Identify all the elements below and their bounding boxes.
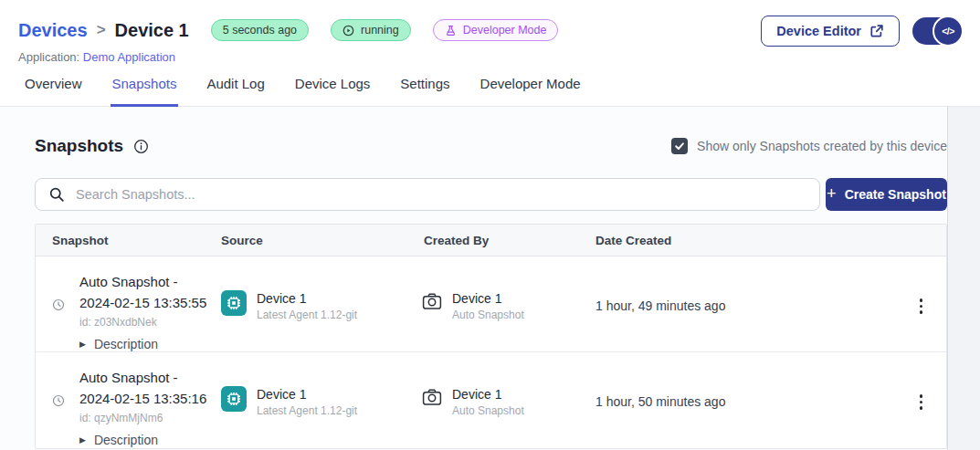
breadcrumb-current-device: Device 1 <box>115 20 189 41</box>
tab-device-logs[interactable]: Device Logs <box>293 76 373 107</box>
device-chip-icon <box>221 290 247 316</box>
last-seen-badge: 5 seconds ago <box>211 19 309 41</box>
status-badge: running <box>331 19 411 41</box>
info-icon[interactable] <box>133 139 149 154</box>
tab-bar: Overview Snapshots Audit Log Device Logs… <box>0 64 980 107</box>
developer-mode-badge: Developer Mode <box>433 19 559 41</box>
created-by-type: Auto Snapshot <box>452 308 524 322</box>
device-editor-button[interactable]: Device Editor <box>761 16 900 47</box>
flask-icon <box>445 25 457 37</box>
filter-checkbox[interactable] <box>671 138 688 154</box>
caret-right-icon: ▶ <box>79 340 86 349</box>
clock-icon <box>52 394 65 448</box>
create-snapshot-button-label: Create Snapshot <box>845 187 946 202</box>
source-name: Device 1 <box>257 386 357 403</box>
page-title: Snapshots <box>35 136 123 156</box>
column-header-date-created: Date Created <box>595 234 896 247</box>
last-seen-badge-label: 5 seconds ago <box>223 24 297 37</box>
tab-snapshots[interactable]: Snapshots <box>111 76 179 107</box>
camera-icon <box>422 292 442 314</box>
application-label: Application: <box>18 50 79 64</box>
created-by-type: Auto Snapshot <box>452 403 524 418</box>
breadcrumb-devices-link[interactable]: Devices <box>18 20 88 41</box>
topbar: Devices > Device 1 5 seconds ago running <box>0 0 980 64</box>
snapshot-id: id: z03NxdbNek <box>79 316 206 329</box>
snapshot-row: Auto Snapshot - 2024-02-15 13:35:55 id: … <box>36 256 946 352</box>
developer-mode-badge-label: Developer Mode <box>463 24 547 37</box>
row-menu-button[interactable] <box>917 296 926 351</box>
filter-checkbox-row[interactable]: Show only Snapshots created by this devi… <box>671 138 947 154</box>
create-snapshot-button[interactable]: + Create Snapshot <box>826 178 947 211</box>
external-link-icon <box>869 24 884 38</box>
developer-mode-toggle[interactable]: </> <box>912 17 962 45</box>
code-icon: </> <box>933 16 964 47</box>
source-agent: Latest Agent 1.12-git <box>257 308 357 322</box>
description-toggle[interactable]: ▶ Description <box>79 433 206 447</box>
breadcrumb-separator: > <box>97 21 106 39</box>
status-badge-label: running <box>361 24 399 37</box>
description-toggle-label: Description <box>94 433 158 447</box>
snapshot-title-line1: Auto Snapshot - <box>79 271 206 292</box>
snapshot-id: id: qzyNmMjNm6 <box>79 412 206 424</box>
created-by-name: Device 1 <box>452 290 524 307</box>
created-by-name: Device 1 <box>452 386 524 403</box>
play-circle-icon <box>342 25 354 37</box>
kebab-icon <box>920 298 923 302</box>
row-menu-button[interactable] <box>917 392 926 448</box>
breadcrumb: Devices > Device 1 <box>18 20 189 41</box>
clock-icon <box>52 298 65 351</box>
search-icon <box>48 186 65 203</box>
caret-right-icon: ▶ <box>79 435 86 445</box>
description-toggle-label: Description <box>94 337 158 351</box>
device-chip-icon <box>221 386 247 412</box>
description-toggle[interactable]: ▶ Description <box>79 337 206 351</box>
source-agent: Latest Agent 1.12-git <box>257 403 357 418</box>
table-header-row: Snapshot Source Created By Date Created <box>36 225 946 256</box>
column-header-created-by: Created By <box>424 234 595 247</box>
column-header-snapshot: Snapshot <box>36 234 221 247</box>
application-link[interactable]: Demo Application <box>83 50 175 64</box>
source-name: Device 1 <box>257 290 357 307</box>
snapshot-title-line2: 2024-02-15 13:35:16 <box>79 388 206 409</box>
right-gutter <box>947 107 980 450</box>
device-editor-button-label: Device Editor <box>776 24 861 38</box>
tab-overview[interactable]: Overview <box>23 76 84 107</box>
camera-icon <box>422 388 442 410</box>
plus-icon: + <box>827 185 837 202</box>
snapshots-table: Snapshot Source Created By Date Created … <box>35 224 947 449</box>
snapshot-title-line2: 2024-02-15 13:35:55 <box>79 292 206 313</box>
content-area: Snapshots Show only Snapshots created by… <box>0 107 980 450</box>
search-input[interactable] <box>76 187 808 202</box>
column-header-source: Source <box>221 234 424 247</box>
search-box <box>35 178 820 211</box>
tab-developer-mode[interactable]: Developer Mode <box>479 76 583 107</box>
date-created: 1 hour, 50 minutes ago <box>595 394 896 448</box>
checkmark-icon <box>674 141 685 152</box>
tab-settings[interactable]: Settings <box>398 76 451 107</box>
snapshot-title-line1: Auto Snapshot - <box>79 367 206 388</box>
device-detail-page: Devices > Device 1 5 seconds ago running <box>0 0 980 450</box>
date-created: 1 hour, 49 minutes ago <box>595 298 896 351</box>
tab-audit-log[interactable]: Audit Log <box>205 76 266 107</box>
snapshot-row: Auto Snapshot - 2024-02-15 13:35:16 id: … <box>36 352 946 448</box>
filter-checkbox-label: Show only Snapshots created by this devi… <box>697 139 947 153</box>
kebab-icon <box>920 394 923 398</box>
